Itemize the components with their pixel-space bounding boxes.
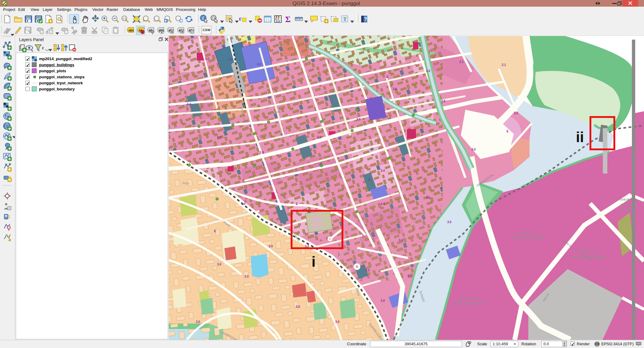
svg-text:2.1: 2.1	[459, 60, 464, 63]
svg-text:3.0: 3.0	[356, 118, 361, 121]
svg-text:3.0: 3.0	[317, 136, 321, 139]
svg-text:DETAILED PLANNING: DETAILED PLANNING	[512, 236, 546, 239]
svg-text:i: i	[312, 254, 315, 270]
svg-text:3.9: 3.9	[393, 87, 397, 91]
svg-text:3.0: 3.0	[426, 196, 430, 200]
svg-text:3.0: 3.0	[217, 263, 221, 266]
svg-text:3.0: 3.0	[335, 320, 339, 324]
svg-text:?: ?	[364, 16, 367, 22]
svg-text:4.2: 4.2	[228, 58, 232, 61]
svg-text:3.0: 3.0	[241, 202, 246, 206]
svg-text:3.0: 3.0	[471, 148, 476, 151]
svg-text:E: E	[214, 229, 216, 233]
svg-text:SUBJECT TO: SUBJECT TO	[519, 231, 539, 234]
svg-text:3.4: 3.4	[381, 169, 385, 172]
svg-text:3.0: 3.0	[408, 275, 412, 278]
svg-text:3.4: 3.4	[187, 102, 191, 106]
svg-text:3.0: 3.0	[514, 112, 518, 115]
svg-text:3.9: 3.9	[441, 99, 445, 103]
svg-text:4.2: 4.2	[257, 63, 261, 66]
svg-text:Σ: Σ	[285, 15, 291, 24]
svg-text:3.0: 3.0	[365, 269, 370, 272]
svg-text:PLANN: PLANN	[621, 208, 632, 211]
svg-text:E: E	[507, 130, 509, 133]
svg-text:3.0: 3.0	[381, 299, 385, 302]
svg-text:E: E	[368, 178, 371, 181]
svg-text:3.0: 3.0	[205, 57, 209, 60]
svg-text:E: E	[188, 47, 190, 50]
svg-text:3.4: 3.4	[381, 202, 385, 206]
svg-text:3.0: 3.0	[269, 245, 273, 248]
svg-text:SUBJECT TO: SUBJECT TO	[459, 297, 479, 300]
svg-text:3.0: 3.0	[296, 305, 300, 308]
svg-text:DETAIL: DETAIL	[621, 203, 632, 206]
svg-text:3.0: 3.0	[244, 275, 249, 278]
svg-text:abc: abc	[129, 28, 134, 32]
svg-text:E: E	[296, 202, 298, 206]
svg-text:3.0: 3.0	[447, 220, 451, 224]
svg-text:1:1: 1:1	[123, 17, 126, 20]
svg-text:ε: ε	[42, 44, 45, 50]
svg-text:3.4: 3.4	[259, 151, 264, 154]
svg-text:T: T	[343, 16, 347, 22]
svg-text:ii: ii	[576, 129, 584, 145]
svg-text:E: E	[387, 75, 389, 79]
svg-text:3.4: 3.4	[399, 239, 403, 242]
svg-text:3.0: 3.0	[426, 69, 430, 73]
svg-text:3.0: 3.0	[196, 320, 200, 324]
svg-text:1.9: 1.9	[217, 136, 221, 139]
svg-text:2.1: 2.1	[502, 63, 506, 67]
svg-text:DETAILED PLANNING: DETAILED PLANNING	[452, 302, 486, 305]
